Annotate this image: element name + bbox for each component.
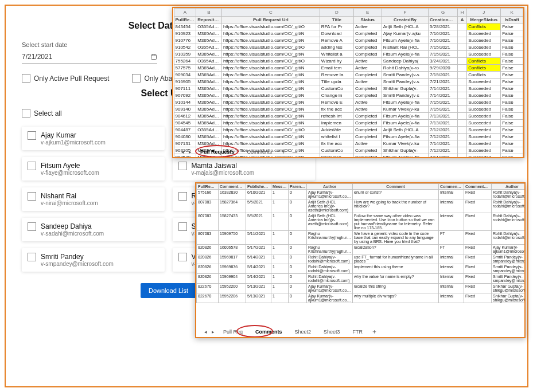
cell[interactable]: Completed <box>353 147 382 154</box>
cell[interactable]: Succeeded <box>467 127 501 134</box>
table-row[interactable]: 904080M365Adminhttps://office.visualstud… <box>174 134 523 140</box>
cell[interactable]: False <box>501 92 523 99</box>
cell[interactable] <box>457 51 466 58</box>
cell[interactable]: Rohit Dahiya(v-rodahi@microsoft.com) <box>307 264 353 274</box>
cell[interactable]: 15969817 <box>219 254 246 264</box>
table-row[interactable]: 907111M365Adminhttps://office.visualstud… <box>174 85 523 92</box>
cell[interactable]: https://office.visualstudio.com/OC/_git/… <box>221 106 320 113</box>
cell[interactable]: 0 <box>289 264 307 274</box>
cell[interactable]: O365Admin <box>196 44 222 51</box>
cell[interactable]: enum or const? <box>353 190 439 199</box>
cell[interactable]: Added/de <box>320 127 353 134</box>
cell[interactable]: Conflicts <box>467 65 501 72</box>
cell[interactable] <box>457 99 466 106</box>
cell[interactable]: Conflicts <box>467 58 501 65</box>
cell[interactable]: Completed <box>353 92 382 99</box>
tab-comments[interactable]: Comments <box>243 148 277 156</box>
cell[interactable]: https://office.visualstudio.com/OC/_git/… <box>221 85 320 92</box>
cell[interactable]: 907111 <box>174 85 196 92</box>
cell[interactable]: https://office.visualstudio.com/OC/_git/… <box>221 23 320 30</box>
column-letter[interactable]: A <box>174 9 196 17</box>
cell[interactable]: 822670 <box>197 284 219 293</box>
tab-nav-right-icon[interactable]: ▸ <box>212 329 215 335</box>
cell[interactable]: Shikhar Gupta(v- <box>382 85 428 92</box>
table-row[interactable]: 820826159699045/14/202110Rohit Dahiya(v-… <box>197 274 526 284</box>
cell[interactable]: 909140 <box>174 106 196 113</box>
cell[interactable]: https://office.visualstudio.com/OC/_git/… <box>221 65 320 72</box>
cell[interactable]: 15827433 <box>219 213 246 231</box>
cell[interactable]: Remove Ia <box>320 72 353 79</box>
cell[interactable]: Fitsum Ayele(v-fia <box>382 99 428 106</box>
cell[interactable]: Active <box>353 65 382 72</box>
cell[interactable]: M365Admin <box>196 30 222 37</box>
cell[interactable] <box>457 79 466 85</box>
cell[interactable]: False <box>501 113 523 120</box>
cell[interactable]: 1 <box>271 254 289 264</box>
cell[interactable]: False <box>501 106 523 113</box>
tab-nav-right-icon[interactable]: ▸ <box>189 149 192 155</box>
cell[interactable]: 7/12/2021 <box>429 127 458 134</box>
cell[interactable]: Smriti Pandey(v-smpandey@microsoft.com) <box>492 274 526 284</box>
only-active-checkbox[interactable]: Only Active Pull Request <box>22 74 109 83</box>
cell[interactable] <box>457 113 466 120</box>
cell[interactable]: 3/24/2021 <box>429 58 458 65</box>
cell[interactable]: Implemen <box>320 120 353 127</box>
cell[interactable]: Succeeded <box>467 154 501 159</box>
cell[interactable]: Rohit Dahiya(v-rodahi@microsoft.com) <box>307 274 353 284</box>
cell[interactable]: Internal <box>439 199 464 213</box>
cell[interactable]: Fixed <box>464 190 492 199</box>
table-row[interactable]: 807083159097505/11/202110Raghu Krishnamu… <box>197 231 526 245</box>
cell[interactable]: 0 <box>289 274 307 284</box>
cell[interactable]: 5/14/2021 <box>246 254 271 264</box>
cell[interactable]: Fixed <box>464 213 492 231</box>
cell[interactable] <box>457 30 466 37</box>
cell[interactable]: Completed <box>353 154 382 159</box>
cell[interactable]: False <box>501 44 523 51</box>
column-header[interactable]: Status <box>353 17 382 23</box>
comments-table[interactable]: PullRequestIdCommentThreadIdPublishedDat… <box>196 183 526 303</box>
cell[interactable]: refresh int <box>320 113 353 120</box>
cell[interactable]: https://office.visualstudio.com/OC/_git/… <box>221 72 320 79</box>
cell[interactable]: Download <box>320 30 353 37</box>
cell[interactable]: M365Admin <box>196 37 222 44</box>
cell[interactable]: M365Admin <box>196 134 222 140</box>
cell[interactable]: Succeeded <box>467 51 501 58</box>
cell[interactable]: 7/15/2021 <box>429 99 458 106</box>
cell[interactable] <box>457 147 466 154</box>
cell[interactable]: O365Admin <box>196 58 222 65</box>
cell[interactable]: Implement this using theme <box>353 264 439 274</box>
cell[interactable]: 0 <box>289 284 307 293</box>
cell[interactable]: 16382830 <box>219 190 246 199</box>
cell[interactable]: Succeeded <box>467 37 501 44</box>
cell[interactable]: M365Admin <box>196 85 222 92</box>
cell[interactable]: False <box>501 140 523 147</box>
cell[interactable] <box>457 85 466 92</box>
cell[interactable] <box>457 58 466 65</box>
cell[interactable]: 5/14/2021 <box>246 274 271 284</box>
cell[interactable]: 820826 <box>197 254 219 264</box>
column-letter[interactable]: H <box>457 9 466 17</box>
cell[interactable]: 7/13/2021 <box>429 120 458 127</box>
cell[interactable]: 16006578 <box>219 245 246 254</box>
cell[interactable]: False <box>501 30 523 37</box>
cell[interactable]: 15952206 <box>219 293 246 303</box>
cell[interactable]: Wizard hy <box>320 58 353 65</box>
cell[interactable]: 7/11/2021 <box>429 154 458 159</box>
cell[interactable]: 7/16/2021 <box>429 30 458 37</box>
cell[interactable]: False <box>501 85 523 92</box>
table-row[interactable]: 820826159698765/14/202110Rohit Dahiya(v-… <box>197 264 526 274</box>
cell[interactable] <box>457 92 466 99</box>
cell[interactable]: 910923 <box>174 30 196 37</box>
cell[interactable]: Raghu Krishnamurthy(raghurk@microsoft.co… <box>307 245 353 254</box>
table-row[interactable]: 909140M365Adminhttps://office.visualstud… <box>174 106 523 113</box>
cell[interactable]: 1 <box>271 190 289 199</box>
cell[interactable]: Whitelist a <box>320 51 353 58</box>
cell[interactable]: 820826 <box>197 245 219 254</box>
column-header[interactable]: MessageId <box>271 184 289 190</box>
cell[interactable]: Rohit Dahiya(v-rodahi@microsoft.com) <box>492 231 526 245</box>
cell[interactable]: Email tem <box>320 65 353 72</box>
cell[interactable]: M365Admin <box>196 113 222 120</box>
cell[interactable]: Fixed <box>464 231 492 245</box>
cell[interactable]: CustomCo <box>320 85 353 92</box>
cell[interactable]: 843454 <box>174 23 196 30</box>
